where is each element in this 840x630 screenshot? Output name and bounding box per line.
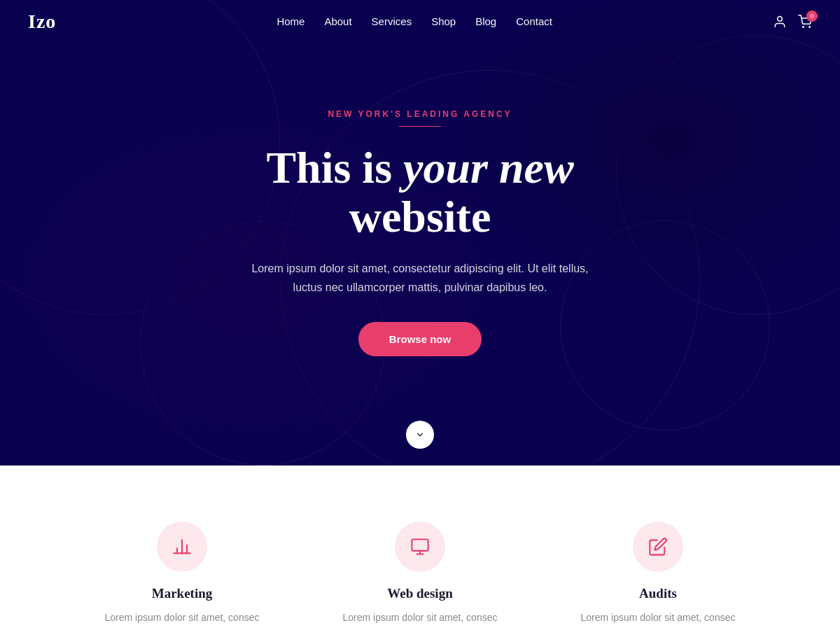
hero-title: This is your new website bbox=[251, 144, 588, 242]
brand-logo[interactable]: Izo bbox=[28, 10, 56, 33]
marketing-icon-wrap bbox=[157, 522, 207, 572]
services-section: Marketing Lorem ipsum dolor sit amet, co… bbox=[0, 465, 840, 630]
hero-title-end: website bbox=[349, 192, 491, 241]
hero-tagline-divider bbox=[399, 126, 441, 127]
hero-section: NEW YORK'S LEADING AGENCY This is your n… bbox=[0, 0, 840, 465]
nav-contact[interactable]: Contact bbox=[516, 15, 552, 27]
svg-point-0 bbox=[778, 17, 783, 22]
service-card-audits: Audits Lorem ipsum dolor sit amet, conse… bbox=[539, 522, 777, 625]
service-card-marketing: Marketing Lorem ipsum dolor sit amet, co… bbox=[63, 522, 301, 625]
svg-point-1 bbox=[803, 27, 804, 28]
leaf-5 bbox=[560, 220, 770, 430]
browse-now-button[interactable]: Browse now bbox=[358, 322, 482, 356]
navbar: Izo Home About Services Shop Blog Contac… bbox=[0, 0, 840, 43]
audits-desc: Lorem ipsum dolor sit amet, consec bbox=[581, 610, 736, 625]
hero-tagline: NEW YORK'S LEADING AGENCY bbox=[251, 109, 588, 119]
hero-title-italic: your new bbox=[403, 143, 574, 192]
monitor-icon bbox=[410, 537, 430, 556]
svg-rect-7 bbox=[412, 540, 428, 551]
service-card-webdesign: Web design Lorem ipsum dolor sit amet, c… bbox=[301, 522, 539, 625]
webdesign-title: Web design bbox=[387, 586, 452, 601]
marketing-title: Marketing bbox=[152, 586, 213, 601]
edit-icon bbox=[648, 537, 668, 556]
scroll-down-button[interactable] bbox=[406, 421, 434, 449]
nav-home[interactable]: Home bbox=[276, 15, 304, 27]
hero-content: NEW YORK'S LEADING AGENCY This is your n… bbox=[251, 109, 588, 356]
nav-links: Home About Services Shop Blog Contact bbox=[276, 15, 552, 28]
webdesign-icon-wrap bbox=[395, 522, 445, 572]
bar-chart-icon bbox=[172, 537, 192, 556]
leaf-3 bbox=[616, 35, 840, 315]
webdesign-desc: Lorem ipsum dolor sit amet, consec bbox=[343, 610, 498, 625]
nav-shop[interactable]: Shop bbox=[431, 15, 456, 27]
leaf-1 bbox=[0, 0, 280, 315]
nav-blog[interactable]: Blog bbox=[475, 15, 496, 27]
marketing-desc: Lorem ipsum dolor sit amet, consec bbox=[105, 610, 260, 625]
cart-badge: 0 bbox=[806, 10, 818, 22]
user-icon[interactable] bbox=[773, 15, 787, 29]
nav-icons: 0 bbox=[773, 15, 812, 29]
cart-icon[interactable]: 0 bbox=[798, 15, 812, 29]
hero-title-normal: This is bbox=[266, 143, 403, 192]
svg-point-2 bbox=[809, 27, 811, 28]
hero-subtitle: Lorem ipsum dolor sit amet, consectetur … bbox=[251, 259, 588, 297]
audits-title: Audits bbox=[639, 586, 677, 601]
nav-services[interactable]: Services bbox=[372, 15, 412, 27]
audits-icon-wrap bbox=[633, 522, 683, 572]
nav-about[interactable]: About bbox=[324, 15, 351, 27]
